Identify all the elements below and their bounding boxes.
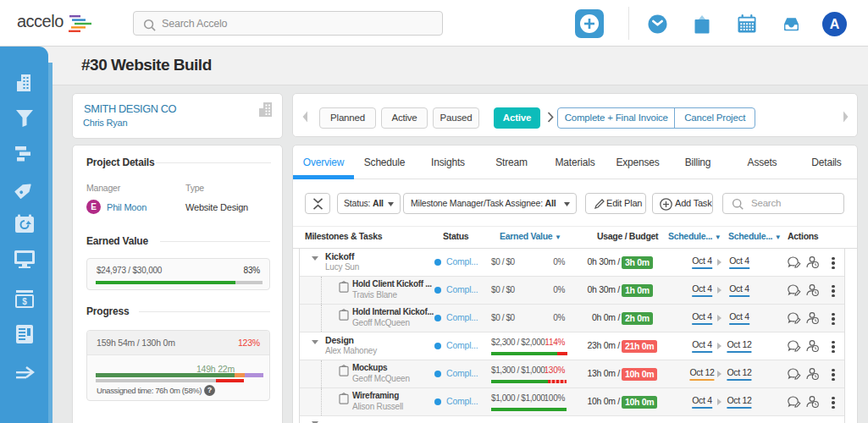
svg-text:$: $ [22,297,27,306]
